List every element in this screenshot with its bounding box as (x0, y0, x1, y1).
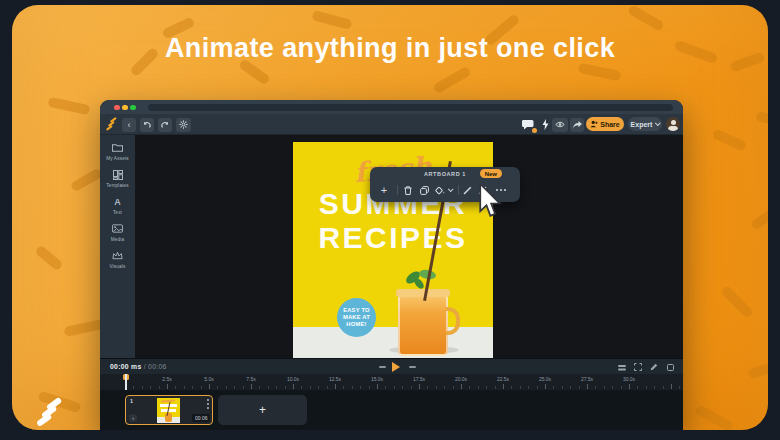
add-slide-button[interactable]: + (218, 395, 307, 425)
sidebar-item-label: My Assets (106, 156, 129, 161)
ruler-tick (142, 386, 143, 389)
ruler-tick (411, 386, 412, 389)
user-avatar[interactable] (666, 117, 680, 131)
sidebar-item-media[interactable]: Media (100, 222, 135, 242)
ruler-tick (629, 384, 630, 389)
canvas[interactable]: fresh SUMMER RECIPES EASY TO MAKE AT HOM… (135, 135, 683, 358)
sidebar-item-label: Visuals (109, 264, 125, 269)
app-logo-icon (106, 118, 117, 131)
edit-pencil-button[interactable] (648, 362, 660, 372)
ruler-tick (579, 386, 580, 389)
timeline-ruler[interactable]: 2.5s5.0s7.5s10.0s12.5s15.0s17.5s20.0s22.… (100, 374, 683, 390)
add-element-button[interactable]: + (377, 183, 391, 197)
ruler-label: 20.0s (455, 376, 467, 382)
toolbar-separator (458, 185, 459, 195)
ruler-tick (469, 386, 470, 389)
poster-badge-line: EASY TO (343, 307, 370, 314)
ruler-tick (184, 386, 185, 389)
share-person-icon (590, 120, 598, 128)
layers-view-button[interactable] (616, 362, 628, 372)
ruler-tick (453, 386, 454, 389)
media-icon (111, 222, 125, 235)
total-time: 00:06 (148, 363, 167, 370)
sprinkle (47, 97, 90, 116)
upgrade-bolt-icon[interactable] (540, 118, 550, 132)
export-arrow-button[interactable] (570, 118, 584, 132)
ruler-tick (671, 384, 672, 389)
sidebar-item-my-assets[interactable]: My Assets (100, 141, 135, 161)
ruler-tick (243, 386, 244, 389)
playhead[interactable] (125, 374, 127, 390)
app-window: ‹ Sh (100, 100, 683, 430)
redo-button[interactable] (158, 118, 172, 132)
ruler-tick (150, 386, 151, 389)
ruler-tick (377, 384, 378, 389)
ruler-tick (637, 386, 638, 389)
sprinkle (720, 285, 754, 319)
play-button[interactable] (390, 362, 402, 372)
templates-icon (111, 168, 125, 181)
slide-card-1[interactable]: 1 › 00:06 (125, 395, 213, 425)
share-button[interactable]: Share (586, 117, 624, 131)
delete-trash-button[interactable] (401, 183, 415, 197)
ruler-label: 17.5s (413, 376, 425, 382)
sidebar-item-text[interactable]: A Text (100, 195, 135, 215)
expand-timeline-button[interactable] (664, 362, 676, 372)
simplified-logo (33, 398, 67, 430)
ruler-tick (562, 386, 563, 389)
maximize-window-button[interactable] (130, 105, 136, 111)
ruler-tick (343, 386, 344, 389)
magic-pen-button[interactable] (460, 183, 474, 197)
slides-strip: 1 › 00:06 + (100, 390, 683, 430)
address-bar[interactable] (148, 104, 673, 111)
comments-button[interactable] (520, 118, 536, 132)
next-frame-button[interactable] (406, 362, 418, 372)
mode-dropdown[interactable]: Expert (628, 117, 662, 131)
preview-eye-button[interactable] (552, 118, 568, 132)
ruler-tick (520, 386, 521, 389)
ruler-tick (285, 386, 286, 389)
ruler-tick (360, 386, 361, 389)
slide-menu-kebab-icon[interactable] (207, 399, 209, 409)
mode-dropdown-label: Expert (631, 121, 653, 128)
poster-title-line2: RECIPES (293, 223, 493, 253)
sprinkle (70, 167, 104, 192)
window-chrome (100, 100, 683, 114)
ruler-tick (175, 386, 176, 389)
ruler-tick (226, 386, 227, 389)
transition-icon[interactable]: › (129, 414, 137, 422)
ruler-tick (461, 384, 462, 389)
back-button[interactable]: ‹ (122, 118, 136, 132)
app-toolbar: ‹ Sh (100, 114, 683, 135)
ruler-tick (335, 384, 336, 389)
ruler-label: 25.0s (539, 376, 551, 382)
sprinkle (712, 128, 748, 152)
undo-button[interactable] (140, 118, 154, 132)
sidebar-item-label: Text (113, 210, 122, 215)
sidebar-item-visuals[interactable]: Visuals (100, 249, 135, 269)
ruler-label: 12.5s (329, 376, 341, 382)
sidebar-item-templates[interactable]: Templates (100, 168, 135, 188)
ruler-label: 22.5s (497, 376, 509, 382)
ruler-label: 27.5s (581, 376, 593, 382)
sidebar-item-label: Templates (106, 183, 129, 188)
ruler-tick (486, 386, 487, 389)
ruler-tick (570, 386, 571, 389)
new-feature-badge: New (480, 169, 502, 178)
fit-timeline-button[interactable] (632, 362, 644, 372)
ruler-tick (604, 386, 605, 389)
ruler-tick (495, 386, 496, 389)
ruler-tick (537, 386, 538, 389)
fill-chevron-icon[interactable] (446, 183, 454, 197)
poster-badge-line: HOME! (346, 321, 366, 328)
close-window-button[interactable] (114, 105, 120, 111)
sprinkle (34, 245, 63, 272)
minimize-window-button[interactable] (122, 105, 128, 111)
settings-gear-button[interactable] (176, 118, 191, 132)
duplicate-button[interactable] (417, 183, 431, 197)
time-display: 00:00 ms / 00:06 (110, 363, 167, 370)
previous-frame-button[interactable] (376, 362, 388, 372)
sidebar-item-label: Media (111, 237, 125, 242)
ruler-tick (436, 386, 437, 389)
timeline-controls: 00:00 ms / 00:06 (100, 358, 683, 374)
